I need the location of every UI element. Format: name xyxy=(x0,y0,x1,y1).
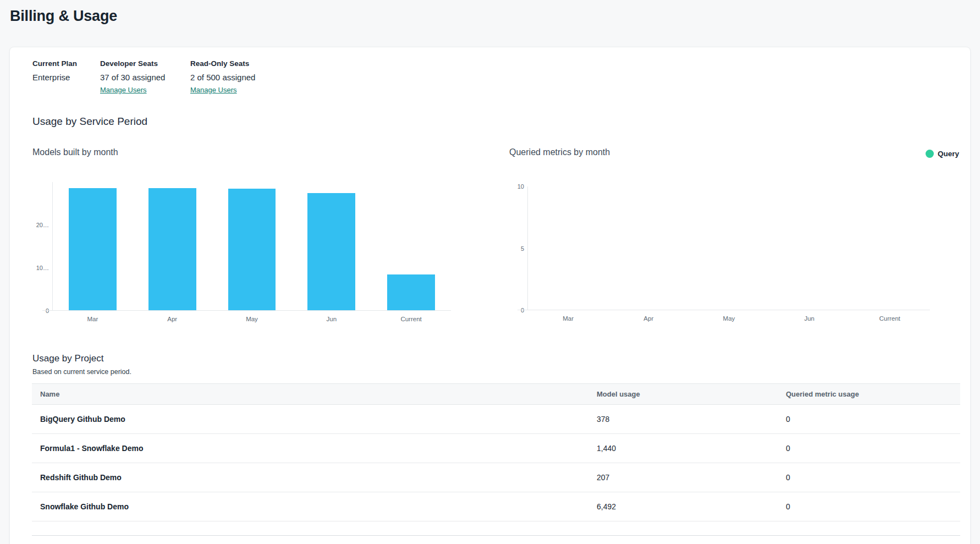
manage-users-link-developer[interactable]: Manage Users xyxy=(100,86,147,94)
query-legend[interactable]: Query xyxy=(926,150,959,158)
cell-name: Redshift Github Demo xyxy=(32,463,597,492)
column-header-name: Name xyxy=(32,384,597,405)
readonly-seats-column: Read-Only Seats 2 of 500 assigned Manage… xyxy=(190,59,255,95)
x-tick-label: Current xyxy=(850,315,930,322)
cell-model-usage: 1,440 xyxy=(597,434,786,463)
readonly-seats-label: Read-Only Seats xyxy=(190,59,255,68)
projects-title: Usage by Project xyxy=(32,353,960,364)
y-tick-label: 10 xyxy=(502,183,524,190)
y-tick-label: 0 xyxy=(27,307,49,315)
table-row: Snowflake Github Demo6,4920 xyxy=(32,492,960,521)
chart-baseline xyxy=(42,310,451,311)
legend-label: Query xyxy=(938,150,959,158)
x-tick-label: May xyxy=(212,316,292,322)
x-tick-label: Mar xyxy=(528,315,608,322)
queried-metrics-chart: 0510MarAprMayJunCurrent xyxy=(527,186,930,310)
y-tick-label: 5 xyxy=(502,245,524,252)
cell-queried-usage: 0 xyxy=(786,463,960,492)
developer-seats-value: 37 of 30 assigned xyxy=(100,73,165,82)
current-plan-label: Current Plan xyxy=(32,59,77,68)
cell-name: BigQuery Github Demo xyxy=(32,405,597,434)
current-plan-value: Enterprise xyxy=(32,73,77,82)
chart-bar-apr[interactable] xyxy=(148,188,196,311)
cell-name: Formula1 - Snowflake Demo xyxy=(32,434,597,463)
usage-table-body: BigQuery Github Demo3780Formula1 - Snowf… xyxy=(32,405,960,521)
chart-bar-mar[interactable] xyxy=(69,188,117,311)
models-built-chart: 010…20…MarAprMayJunCurrent xyxy=(52,182,451,311)
cell-name: Snowflake Github Demo xyxy=(32,492,597,521)
x-tick-label: Apr xyxy=(608,315,689,322)
section-divider xyxy=(32,535,960,536)
cell-queried-usage: 0 xyxy=(786,492,960,521)
x-tick-label: Jun xyxy=(769,315,850,322)
page-header: Billing & Usage xyxy=(0,0,980,47)
x-tick-label: Apr xyxy=(133,316,212,322)
usage-table-header-row: Name Model usage Queried metric usage xyxy=(32,384,960,405)
x-tick-label: Jun xyxy=(291,316,371,322)
x-tick-label: Mar xyxy=(53,316,133,322)
chart-bar-may[interactable] xyxy=(228,189,276,311)
table-row: BigQuery Github Demo3780 xyxy=(32,405,960,434)
current-plan-column: Current Plan Enterprise xyxy=(32,59,77,82)
readonly-seats-value: 2 of 500 assigned xyxy=(190,73,255,82)
usage-table: Name Model usage Queried metric usage Bi… xyxy=(32,383,960,521)
chart-bar-jun[interactable] xyxy=(307,193,355,311)
cell-model-usage: 378 xyxy=(597,405,786,434)
queries-chart-title: Queried metrics by month xyxy=(509,147,610,157)
cell-queried-usage: 0 xyxy=(786,434,960,463)
y-tick-label: 20… xyxy=(27,221,49,229)
cell-queried-usage: 0 xyxy=(786,405,960,434)
billing-card: Current Plan Enterprise Developer Seats … xyxy=(9,47,971,544)
cell-model-usage: 6,492 xyxy=(597,492,786,521)
projects-subtitle: Based on current service period. xyxy=(32,368,960,376)
y-tick-label: 0 xyxy=(502,306,524,314)
models-chart-title: Models built by month xyxy=(32,147,118,157)
chart-bar-current[interactable] xyxy=(387,274,435,311)
cell-model-usage: 207 xyxy=(597,463,786,492)
column-header-model-usage: Model usage xyxy=(597,384,786,405)
chart-baseline xyxy=(517,310,930,310)
column-header-queried-metric-usage: Queried metric usage xyxy=(786,384,960,405)
x-tick-label: May xyxy=(689,315,769,322)
table-row: Formula1 - Snowflake Demo1,4400 xyxy=(32,434,960,463)
developer-seats-label: Developer Seats xyxy=(100,59,165,68)
table-row: Redshift Github Demo2070 xyxy=(32,463,960,492)
developer-seats-column: Developer Seats 37 of 30 assigned Manage… xyxy=(100,59,165,95)
y-tick-label: 10… xyxy=(27,264,49,272)
manage-users-link-readonly[interactable]: Manage Users xyxy=(190,86,237,94)
x-tick-label: Current xyxy=(371,316,451,322)
usage-by-project-section: Usage by Project Based on current servic… xyxy=(32,353,960,544)
legend-dot-icon xyxy=(926,150,934,158)
usage-section-title: Usage by Service Period xyxy=(32,116,147,128)
page-title: Billing & Usage xyxy=(10,8,117,25)
